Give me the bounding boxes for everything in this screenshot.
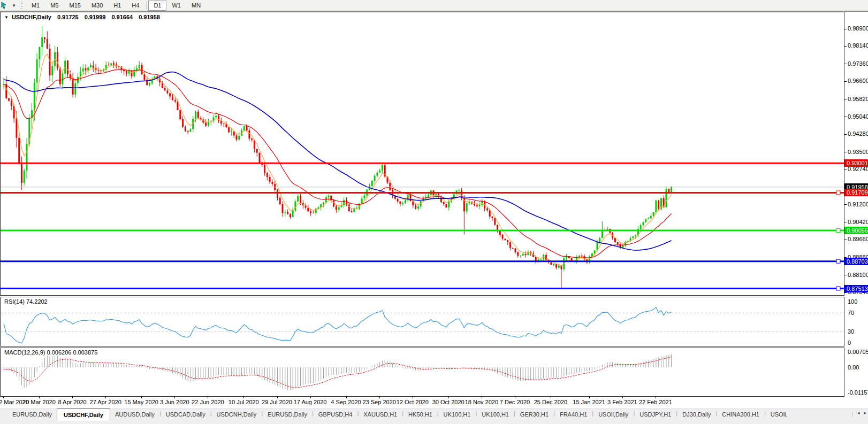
- date-label: 15 May 2020: [124, 399, 158, 405]
- rsi-label: RSI(14) 74.2202: [4, 298, 48, 305]
- price-tick-mark: [844, 222, 847, 222]
- date-tick-mark: [482, 397, 482, 398]
- price-tick-mark: [844, 81, 847, 82]
- toolbar-separator: [146, 2, 147, 10]
- timeframe-button-M5[interactable]: M5: [45, 1, 64, 11]
- chart-tab-dj30-daily[interactable]: DJ30,Daily: [677, 409, 715, 420]
- timeframe-button-W1[interactable]: W1: [166, 1, 186, 11]
- chart-tab-usoil-[interactable]: USOil,: [766, 409, 793, 420]
- price-tick-mark: [844, 64, 847, 64]
- chart-tab-eurusd-daily[interactable]: EURUSD,Daily: [7, 409, 57, 420]
- rsi-level-label-70: 70: [848, 310, 854, 317]
- date-label: 15 Jan 2021: [573, 399, 605, 405]
- chart-tab-xauusd-h1[interactable]: XAUUSD,H1: [359, 409, 402, 420]
- price-marker-0.93001: 0.93001: [844, 159, 868, 167]
- price-tick-mark: [844, 240, 847, 240]
- dropdown-caret-icon[interactable]: ▼: [12, 3, 16, 8]
- line-handle[interactable]: [836, 229, 840, 233]
- price-chart-panel[interactable]: [0, 12, 844, 296]
- price-tick-label: 0.98140: [848, 42, 868, 49]
- cursor-arrow-icon: [1, 2, 10, 9]
- date-label: 22 Feb 2021: [639, 399, 672, 405]
- date-label: 25 Dec 2020: [534, 399, 567, 405]
- collapse-triangle-icon[interactable]: ▼: [4, 15, 9, 20]
- date-tick-mark: [413, 397, 413, 398]
- moving-average-sma55[interactable]: [4, 72, 672, 251]
- chart-tab-uk100-h1[interactable]: UK100,H1: [477, 409, 514, 420]
- timeframe-button-H4[interactable]: H4: [126, 1, 144, 11]
- tab-scroll-left-icon[interactable]: ◂: [857, 410, 860, 417]
- macd-plot: [1, 348, 844, 396]
- price-tick-mark: [844, 152, 847, 152]
- toolbar-grip: [21, 2, 22, 10]
- chart-tab-usdcnh-daily[interactable]: USDCNH,Daily: [212, 409, 262, 420]
- macd-level-label--0.011573: -0.011573: [848, 389, 868, 396]
- chart-tab-fra40-h1[interactable]: FRA40,H1: [555, 409, 592, 420]
- chart-tab-eurusd-daily[interactable]: EURUSD,Daily: [263, 409, 312, 420]
- date-tick-mark: [589, 397, 590, 398]
- chart-tab-usdchf-daily[interactable]: USDCHF,Daily: [57, 408, 110, 421]
- rsi-line: [4, 307, 672, 343]
- date-axis: 2 Mar 202020 Mar 20208 Apr 202027 Apr 20…: [0, 397, 844, 408]
- price-tick-mark: [844, 99, 847, 99]
- chart-tab-hk50-h1[interactable]: HK50,H1: [403, 409, 437, 420]
- high-value: 0.91999: [85, 14, 106, 20]
- date-label: 30 Oct 2020: [432, 399, 465, 405]
- timeframe-button-M15[interactable]: M15: [64, 1, 86, 11]
- tab-scroll-arrows: | ◂ ▸: [852, 410, 866, 417]
- price-tick-label: 0.95820: [848, 96, 868, 103]
- date-label: 3 Jun 2020: [160, 399, 189, 405]
- timeframe-button-D1[interactable]: D1: [148, 1, 166, 11]
- macd-histogram: [4, 354, 672, 390]
- mt4-chart-window: ▼ M1M5M15M30H1H4D1W1MN ▼ USDCHF,Daily 0.…: [0, 0, 868, 424]
- moving-average-ema5[interactable]: [4, 54, 672, 266]
- line-handle[interactable]: [836, 191, 840, 195]
- rsi-level-label-30: 30: [848, 328, 854, 335]
- chart-tab-uk100-h1[interactable]: UK100,H1: [439, 409, 476, 420]
- date-tick-mark: [141, 397, 142, 398]
- chart-tab-usdjpy-h1[interactable]: USDJPY,H1: [635, 409, 676, 420]
- chart-tab-ger30-h1[interactable]: GER30,H1: [515, 409, 553, 420]
- chart-tab-audusd-daily[interactable]: AUDUSD,Daily: [110, 409, 159, 420]
- date-tick-mark: [105, 397, 106, 398]
- timeframe-button-MN[interactable]: MN: [186, 1, 206, 11]
- down-candle-wicks: [6, 31, 669, 288]
- tab-scroll-right-icon[interactable]: ▸: [864, 410, 866, 417]
- date-tick-mark: [3, 397, 4, 398]
- chart-cursor-icon[interactable]: ▼: [1, 2, 19, 9]
- date-label: 17 Aug 2020: [294, 399, 327, 405]
- date-tick-mark: [448, 397, 449, 398]
- timeframe-button-H1[interactable]: H1: [108, 1, 126, 11]
- rsi-indicator-panel[interactable]: RSI(14) 74.2202: [0, 297, 844, 346]
- line-handle[interactable]: [836, 259, 840, 263]
- price-marker-0.91709: 0.91709: [844, 189, 868, 196]
- date-label: 23 Sep 2020: [362, 399, 395, 405]
- date-label: 7 Dec 2020: [500, 399, 530, 405]
- date-label: 18 Nov 2020: [465, 399, 498, 405]
- price-marker-0.90055: 0.90055: [844, 227, 868, 234]
- date-tick-mark: [656, 397, 656, 398]
- date-label: 4 Sep 2020: [331, 399, 361, 405]
- chart-tab-usoil-daily[interactable]: USOil,Daily: [593, 409, 633, 420]
- date-label: 8 Apr 2020: [58, 399, 86, 405]
- date-label: 20 Mar 2020: [22, 399, 56, 405]
- date-tick-mark: [379, 397, 380, 398]
- macd-indicator-panel[interactable]: MACD(12,26,9) 0.006206 0.003875: [0, 348, 844, 397]
- line-handle[interactable]: [836, 287, 840, 290]
- up-candle-wicks: [4, 26, 672, 272]
- date-tick-mark: [346, 397, 347, 398]
- price-tick-label: 0.96600: [848, 78, 868, 84]
- date-tick-mark: [310, 397, 311, 398]
- open-value: 0.91725: [57, 14, 79, 20]
- close-value: 0.91958: [139, 14, 160, 20]
- chart-tab-usdcad-daily[interactable]: USDCAD,Daily: [161, 409, 210, 420]
- chart-tab-gbpusd-h4[interactable]: GBPUSD,H4: [314, 409, 357, 420]
- down-candle-bodies: [5, 37, 669, 269]
- chart-tab-china300-h1[interactable]: CHINA300,H1: [717, 409, 764, 420]
- date-label: 3 Feb 2021: [607, 399, 637, 405]
- rsi-level-label-100: 100: [848, 298, 857, 305]
- date-tick-mark: [243, 397, 244, 398]
- timeframe-button-M30[interactable]: M30: [86, 1, 108, 11]
- timeframe-button-M1[interactable]: M1: [26, 1, 45, 11]
- date-label: 29 Jul 2020: [262, 399, 292, 405]
